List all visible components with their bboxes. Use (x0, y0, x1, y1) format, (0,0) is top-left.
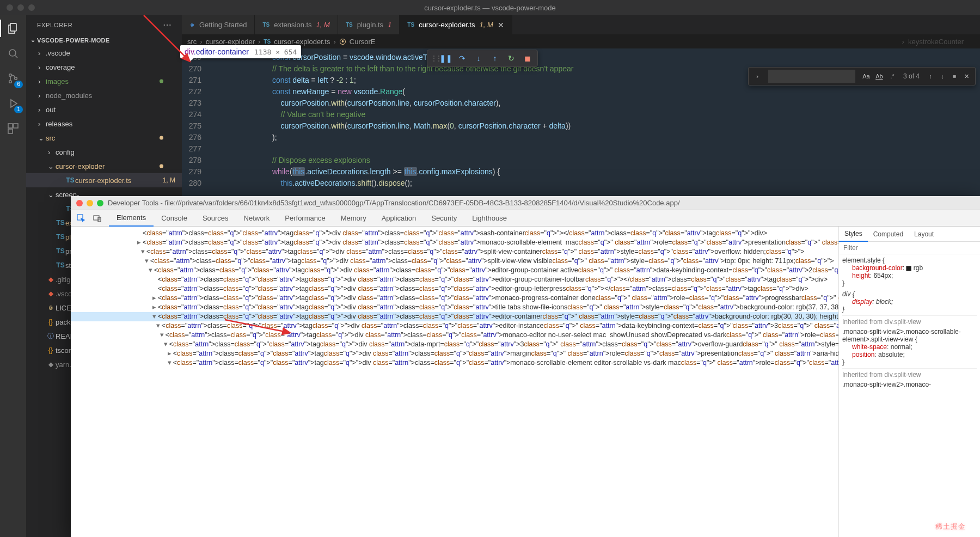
dom-node[interactable]: ▾<class="attrn">class=class="q">"class="… (71, 358, 838, 368)
tl-close[interactable] (7, 4, 13, 11)
step-into-icon[interactable]: ↓ (472, 52, 485, 65)
devtools-tab[interactable]: Console (154, 210, 195, 227)
extensions-icon[interactable] (5, 121, 21, 136)
dom-node[interactable]: ▸<class="attrn">class=class="q">"class="… (71, 349, 838, 358)
devtools-tab[interactable]: Performance (277, 210, 333, 227)
crumb[interactable]: src (187, 38, 197, 46)
restart-icon[interactable]: ↻ (505, 52, 518, 65)
styles-tab[interactable]: Layout (909, 227, 939, 242)
debug-toolbar[interactable]: ⋮⋮ ❚❚ ↷ ↓ ↑ ↻ ◼ (427, 50, 538, 67)
dom-node[interactable]: ▸<class="attrn">class=class="q">"class="… (71, 294, 838, 303)
code-line[interactable]: 276); (182, 132, 980, 143)
tree-row[interactable]: ⌄cursor-exploder (26, 159, 182, 173)
dom-node[interactable]: ▾<class="attrn">class=class="q">"class="… (71, 257, 838, 266)
devtools-traffic-lights[interactable] (76, 200, 103, 206)
dom-node[interactable]: ▾<class="attrn">class=class="q">"class="… (71, 266, 838, 275)
code-line[interactable]: 269const cursorPosition = vscode.window.… (182, 52, 980, 63)
styles-tab[interactable]: Computed (868, 227, 909, 242)
devtools-window[interactable]: Developer Tools - file:///private/var/fo… (71, 196, 980, 537)
files-icon[interactable] (5, 21, 21, 36)
code-line[interactable]: 274 // Value can't be negative (182, 109, 980, 120)
whole-word-icon[interactable]: Ab (874, 71, 885, 82)
dom-node[interactable]: <class="attrn">class=class="q">"class="a… (71, 284, 838, 294)
devtools-tab[interactable]: Sources (195, 210, 236, 227)
devtools-tab[interactable]: Network (236, 210, 278, 227)
code-line[interactable]: 278// Dispose excess explosions (182, 155, 980, 166)
editor-tab[interactable]: TScursor-exploder.ts 1, M ✕ (400, 15, 512, 34)
styles-tab[interactable]: Styles (839, 227, 868, 242)
tree-row[interactable]: ›config (26, 145, 182, 159)
tree-row[interactable]: ›.vscode (26, 46, 182, 60)
tl-min[interactable] (87, 200, 93, 206)
devtools-tab[interactable]: Application (374, 210, 424, 227)
crumb-symbol[interactable]: CursorE (350, 38, 376, 46)
code-line[interactable]: 275 cursorPosition.with(cursorPosition.l… (182, 120, 980, 132)
tree-row[interactable]: ›node_modules (26, 88, 182, 102)
find-in-selection-icon[interactable]: ≡ (949, 71, 960, 82)
tree-row[interactable]: ⌄src (26, 131, 182, 145)
find-input[interactable] (768, 70, 855, 83)
dom-node[interactable]: ▾<class="attrn">class=class="q">"class="… (71, 247, 838, 257)
code-line[interactable]: 277 (182, 143, 980, 155)
pause-icon[interactable]: ❚❚ (439, 52, 452, 65)
step-over-icon[interactable]: ↷ (456, 52, 469, 65)
tl-max[interactable] (97, 200, 103, 206)
crumb[interactable]: cursor-exploder.ts (274, 38, 330, 46)
svg-rect-5 (8, 124, 13, 128)
close-icon[interactable]: ✕ (498, 21, 504, 29)
source-control-icon[interactable]: 6 (5, 71, 21, 86)
sidebar-section-head[interactable]: ⌄ VSCODE-POWER-MODE (26, 34, 182, 46)
traffic-lights[interactable] (0, 4, 35, 11)
breadcrumbs[interactable]: src› cursor-exploder› TS cursor-exploder… (182, 34, 980, 48)
regex-icon[interactable]: .* (887, 71, 898, 82)
step-out-icon[interactable]: ↑ (488, 52, 501, 65)
dom-node[interactable]: <class="attrn">class=class="q">"class="a… (71, 275, 838, 284)
find-widget[interactable]: › Aa Ab .* 3 of 4 ↑ ↓ ≡ ✕ (748, 67, 976, 86)
find-prev-icon[interactable]: ↑ (925, 71, 936, 82)
devtools-dom-tree[interactable]: <class="attrn">class=class="q">"class="a… (71, 227, 838, 537)
dom-node[interactable]: ▾<class="attrn">class=class="q">"class="… (71, 321, 838, 331)
tl-min[interactable] (17, 4, 24, 11)
search-icon[interactable] (5, 46, 21, 61)
device-toolbar-icon[interactable] (91, 212, 103, 224)
code-line[interactable]: 272const newRange = new vscode.Range( (182, 86, 980, 97)
editor-tab[interactable]: TSextension.ts 1, M (255, 15, 338, 34)
dom-node[interactable]: ▾<class="attrn">class=class="q">"class="… (71, 331, 838, 340)
inspect-element-icon[interactable] (75, 212, 87, 224)
devtools-titlebar[interactable]: Developer Tools - file:///private/var/fo… (71, 196, 980, 210)
devtools-tab[interactable]: Lighthouse (464, 210, 514, 227)
tree-row[interactable]: ›images (26, 74, 182, 88)
stop-icon[interactable]: ◼ (521, 52, 534, 65)
devtools-tab[interactable]: Memory (333, 210, 374, 227)
editor-tab[interactable]: TSplugin.ts 1 (338, 15, 400, 34)
tree-row[interactable]: TScursor-exploder.ts1, M (26, 173, 182, 187)
dom-node[interactable]: <class="attrn">class=class="q">"class="a… (71, 229, 838, 238)
find-close-icon[interactable]: ✕ (961, 71, 972, 82)
devtools-tab[interactable]: Security (424, 210, 464, 227)
dom-node[interactable]: ▾<class="attrn">class=class="q">"class="… (71, 312, 838, 321)
tree-row[interactable]: ›out (26, 102, 182, 117)
find-next-icon[interactable]: ↓ (937, 71, 948, 82)
code-line[interactable]: 280 this.activeDecorations.shift().dispo… (182, 178, 980, 189)
drag-handle-icon[interactable]: ⋮⋮ (431, 54, 436, 62)
debug-icon[interactable]: 1 (5, 96, 21, 111)
code-line[interactable]: 273 cursorPosition.with(cursorPosition.l… (182, 97, 980, 109)
match-case-icon[interactable]: Aa (861, 71, 872, 82)
tl-close[interactable] (76, 200, 83, 206)
dom-node[interactable]: ▾<class="attrn">class=class="q">"class="… (71, 340, 838, 349)
dom-node[interactable]: ▸<class="attrn">class=class="q">"class="… (71, 238, 838, 247)
sidebar-more-icon[interactable]: ⋯ (163, 20, 172, 30)
crumb[interactable]: cursor-exploder (206, 38, 255, 46)
styles-rules[interactable]: element.style { background-color: rgb he… (839, 254, 980, 537)
tree-row[interactable]: ›coverage (26, 60, 182, 74)
tree-row[interactable]: ›releases (26, 117, 182, 131)
devtools-tab[interactable]: Elements (109, 210, 154, 227)
code-line[interactable]: 279while(this.activeDecorations.length >… (182, 166, 980, 178)
find-toggle-icon[interactable]: › (752, 71, 763, 82)
editor-tab[interactable]: ⨳Getting Started (182, 15, 255, 34)
crumb-tail[interactable]: › keystrokeCounter (902, 38, 980, 46)
tl-max[interactable] (28, 4, 35, 11)
svg-rect-0 (10, 23, 16, 31)
dom-node[interactable]: ▸<class="attrn">class=class="q">"class="… (71, 303, 838, 312)
styles-filter-input[interactable] (839, 242, 980, 254)
